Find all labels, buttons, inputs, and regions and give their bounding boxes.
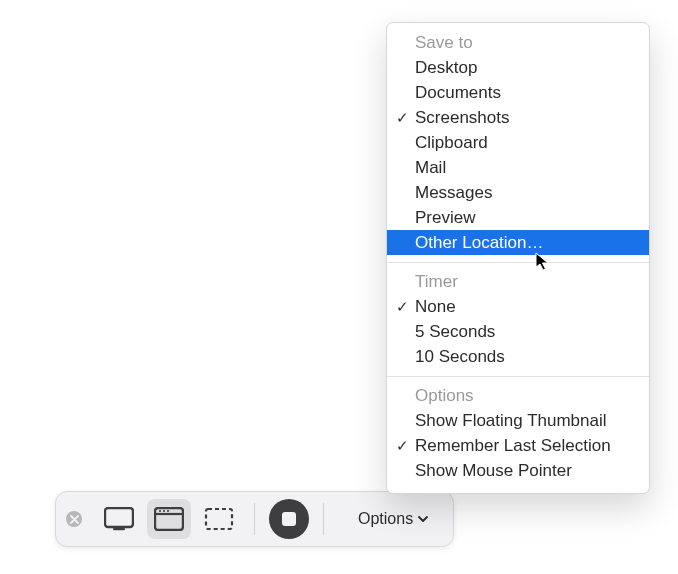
menu-item-label: Remember Last Selection bbox=[415, 436, 611, 455]
checkmark-icon: ✓ bbox=[396, 295, 409, 318]
toolbar-divider bbox=[254, 503, 255, 535]
menu-item-label: Messages bbox=[415, 183, 492, 202]
svg-rect-7 bbox=[206, 509, 232, 529]
options-menu: Save to Desktop Documents ✓Screenshots C… bbox=[386, 22, 650, 494]
screen-icon bbox=[104, 507, 134, 531]
menu-item-documents[interactable]: Documents bbox=[387, 80, 649, 105]
menu-item-label: Other Location… bbox=[415, 233, 544, 252]
menu-section-title: Save to bbox=[387, 31, 649, 55]
menu-item-label: Desktop bbox=[415, 58, 477, 77]
menu-separator bbox=[387, 376, 649, 377]
svg-point-4 bbox=[159, 510, 161, 512]
menu-item-other-location[interactable]: Other Location… bbox=[387, 230, 649, 255]
screenshot-toolbar: Options bbox=[55, 491, 454, 547]
menu-item-clipboard[interactable]: Clipboard bbox=[387, 130, 649, 155]
menu-item-label: Show Mouse Pointer bbox=[415, 461, 572, 480]
window-icon bbox=[154, 507, 184, 531]
menu-item-timer-10s[interactable]: 10 Seconds bbox=[387, 344, 649, 369]
menu-item-preview[interactable]: Preview bbox=[387, 205, 649, 230]
close-button[interactable] bbox=[66, 511, 82, 527]
menu-separator bbox=[387, 262, 649, 263]
record-button[interactable] bbox=[269, 499, 309, 539]
capture-entire-screen-button[interactable] bbox=[97, 499, 141, 539]
close-icon bbox=[70, 515, 79, 524]
stop-icon bbox=[282, 512, 296, 526]
menu-item-label: Mail bbox=[415, 158, 446, 177]
menu-section-title: Timer bbox=[387, 270, 649, 294]
menu-item-remember-selection[interactable]: ✓Remember Last Selection bbox=[387, 433, 649, 458]
svg-rect-0 bbox=[105, 508, 133, 527]
menu-item-label: Screenshots bbox=[415, 108, 510, 127]
selection-icon bbox=[204, 507, 234, 531]
menu-item-label: Show Floating Thumbnail bbox=[415, 411, 607, 430]
capture-window-button[interactable] bbox=[147, 499, 191, 539]
menu-item-show-mouse-pointer[interactable]: Show Mouse Pointer bbox=[387, 458, 649, 483]
checkmark-icon: ✓ bbox=[396, 106, 409, 129]
checkmark-icon: ✓ bbox=[396, 434, 409, 457]
menu-item-label: Preview bbox=[415, 208, 475, 227]
menu-item-desktop[interactable]: Desktop bbox=[387, 55, 649, 80]
menu-item-floating-thumbnail[interactable]: Show Floating Thumbnail bbox=[387, 408, 649, 433]
menu-item-label: Clipboard bbox=[415, 133, 488, 152]
menu-item-label: None bbox=[415, 297, 456, 316]
svg-point-5 bbox=[163, 510, 165, 512]
menu-item-timer-5s[interactable]: 5 Seconds bbox=[387, 319, 649, 344]
chevron-down-icon bbox=[417, 513, 429, 525]
menu-item-timer-none[interactable]: ✓None bbox=[387, 294, 649, 319]
menu-item-label: Documents bbox=[415, 83, 501, 102]
menu-item-label: 5 Seconds bbox=[415, 322, 495, 341]
options-button[interactable]: Options bbox=[348, 504, 439, 534]
menu-section-title: Options bbox=[387, 384, 649, 408]
toolbar-divider bbox=[323, 503, 324, 535]
options-label: Options bbox=[358, 510, 413, 528]
svg-rect-1 bbox=[113, 528, 125, 530]
menu-item-messages[interactable]: Messages bbox=[387, 180, 649, 205]
capture-selection-button[interactable] bbox=[197, 499, 241, 539]
svg-point-6 bbox=[167, 510, 169, 512]
menu-item-screenshots[interactable]: ✓Screenshots bbox=[387, 105, 649, 130]
menu-item-mail[interactable]: Mail bbox=[387, 155, 649, 180]
menu-item-label: 10 Seconds bbox=[415, 347, 505, 366]
